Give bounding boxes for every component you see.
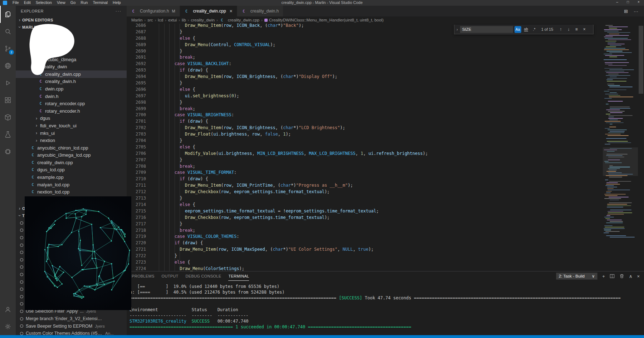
panel-tab-output[interactable]: OUTPUT <box>162 271 179 281</box>
tab-Configuration.h[interactable]: CConfiguration.hM <box>127 6 180 16</box>
file-dwin.cpp[interactable]: Cdwin.cpp <box>16 85 127 93</box>
menu-run[interactable]: Run <box>78 0 90 5</box>
code-line-2715: 2715 eeprom_settings.time_format_textual… <box>127 209 602 215</box>
file-creality_dwin.cpp[interactable]: Ccreality_dwin.cpp <box>16 159 127 166</box>
match-case-toggle[interactable]: Aa <box>514 26 521 33</box>
panel-tab-problems[interactable]: PROBLEMS <box>132 271 155 281</box>
panel-tab-terminal[interactable]: TERMINAL <box>228 271 249 281</box>
file-nextion_lcd.cpp[interactable]: Cnextion_lcd.cpp <box>16 188 127 196</box>
split-terminal-icon[interactable] <box>610 274 615 279</box>
folder-mks_ui[interactable]: ›mks_ui <box>16 129 127 137</box>
package-box-icon[interactable] <box>0 109 16 126</box>
code-line-2705: 2705 else { <box>127 144 602 151</box>
tree-item-label: example.cpp <box>37 175 64 180</box>
close-find-icon[interactable]: × <box>581 27 587 32</box>
file-hidden[interactable] <box>16 41 127 49</box>
menu-help[interactable]: Help <box>110 0 123 5</box>
timeline-item[interactable]: Custom Color Themes Additions (#528) ...… <box>16 330 127 335</box>
find-next-icon[interactable]: ↓ <box>565 27 572 32</box>
scrollbar-thumb[interactable] <box>639 26 643 94</box>
breadcrumb-item[interactable]: lib <box>182 18 186 22</box>
breadcrumb-separator: › <box>144 18 146 22</box>
breadcrumb-item[interactable]: CrealityDWINClass::Menu_Item_Handler(uin… <box>264 18 384 22</box>
extensions-icon[interactable] <box>0 92 16 109</box>
code-editor[interactable]: 2686 Draw_Menu_Item(row, ICON_Back, (cha… <box>127 24 644 271</box>
close-window-button[interactable]: × <box>633 0 644 4</box>
code-line-2701: 2701 if (draw) { <box>127 119 602 125</box>
folder-anycubic_i3mega[interactable]: ›anycubic_i3mega <box>16 56 127 63</box>
minimap[interactable] <box>603 24 638 271</box>
whole-word-toggle[interactable]: ab <box>523 26 530 33</box>
file-hidden[interactable] <box>16 48 127 56</box>
maximize-button[interactable]: □ <box>623 0 633 4</box>
title-bar: FileEditSelectionViewGoRunTerminalHelp c… <box>0 0 644 6</box>
split-editor-icon[interactable]: ⊞ <box>624 9 628 14</box>
new-terminal-icon[interactable]: + <box>602 274 605 279</box>
file-dgus_lcd.cpp[interactable]: Cdgus_lcd.cpp <box>16 166 127 174</box>
section-open-editors[interactable]: › OPEN EDITORS <box>16 16 127 24</box>
tab-creality_dwin.h[interactable]: Ccreality_dwin.h <box>237 6 283 16</box>
explorer-icon[interactable] <box>0 6 16 23</box>
menu-go[interactable]: Go <box>68 0 78 5</box>
menu-terminal[interactable]: Terminal <box>91 0 111 5</box>
menu-selection[interactable]: Selection <box>33 0 54 5</box>
breadcrumb-item[interactable]: lcd <box>158 18 163 22</box>
find-input[interactable]: SIZE <box>460 26 513 33</box>
explorer-actions-button[interactable]: ··· <box>116 9 122 13</box>
file-rotary_encoder.h[interactable]: Crotary_encoder.h <box>16 107 127 115</box>
tree-item-label: dwin.h <box>45 94 59 99</box>
timeline-item[interactable]: Merge branch 'Ender_3_V2_Extensible_UI' … <box>16 315 127 323</box>
terminal-selector[interactable]: 2: Task - Build ∨ <box>556 273 597 280</box>
file-example.cpp[interactable]: Cexample.cpp <box>16 173 127 181</box>
minimize-button[interactable]: – <box>612 0 623 4</box>
account-icon[interactable] <box>0 301 16 318</box>
settings-gear-icon[interactable] <box>0 318 16 335</box>
file-dwin.h[interactable]: Cdwin.h <box>16 93 127 100</box>
panel-tab-debug-console[interactable]: DEBUG CONSOLE <box>186 271 221 281</box>
close-tab-icon[interactable]: × <box>230 8 233 14</box>
breadcrumb-item[interactable]: extui <box>168 18 177 22</box>
run-debug-icon[interactable] <box>0 74 16 92</box>
minimap-slider[interactable] <box>603 147 638 176</box>
menu-view[interactable]: View <box>54 0 68 5</box>
file-creality_dwin.cpp[interactable]: Ccreality_dwin.cpp <box>16 70 127 78</box>
breadcrumb-item[interactable]: Ccreality_dwin.cpp <box>220 18 259 22</box>
search-icon[interactable] <box>0 23 16 40</box>
find-in-selection-icon[interactable]: ≡ <box>573 27 580 32</box>
toggle-replace-icon[interactable]: › <box>457 27 458 31</box>
folder-creality_dwin[interactable]: ›creality_dwin <box>16 63 127 70</box>
file-rotary_encoder.cpp[interactable]: Crotary_encoder.cpp <box>16 100 127 107</box>
breadcrumb-item[interactable]: creality_dwin <box>191 18 214 22</box>
file-anycubic_chiron_lcd.cpp[interactable]: Canycubic_chiron_lcd.cpp <box>16 144 127 152</box>
menu-file[interactable]: File <box>10 0 21 5</box>
kill-terminal-icon[interactable] <box>619 274 624 279</box>
find-previous-icon[interactable]: ↑ <box>557 27 564 32</box>
folder-dgus[interactable]: ›dgus <box>16 115 127 122</box>
terminal-output[interactable]: [== ] 19.0% (used 12440 bytes from 65536… <box>127 281 644 330</box>
folder-nextion[interactable]: ›nextion <box>16 137 127 144</box>
code-line-2712: 2712 Draw_Checkbox(row, eeprom_settings.… <box>127 189 602 196</box>
timeline-item[interactable]: Save Beeper Setting to EEPROMJyers <box>16 322 127 330</box>
tree-item-label: creality_dwin.cpp <box>37 160 73 165</box>
tab-creality_dwin.cpp[interactable]: Ccreality_dwin.cpp× <box>180 6 237 16</box>
menu-edit[interactable]: Edit <box>21 0 33 5</box>
section-label: MARLIN <box>22 25 38 29</box>
editor-scrollbar[interactable] <box>638 24 644 271</box>
chip-icon[interactable] <box>0 143 16 160</box>
breadcrumb-separator: › <box>155 18 156 22</box>
remote-globe-icon[interactable] <box>0 57 16 74</box>
source-control-icon[interactable]: 2 <box>0 40 16 57</box>
maximize-panel-icon[interactable]: ∧ <box>629 274 633 279</box>
close-panel-icon[interactable]: × <box>637 274 640 279</box>
file-malyan_lcd.cpp[interactable]: Cmalyan_lcd.cpp <box>16 181 127 188</box>
section-marlin[interactable]: › MARLIN <box>16 24 127 31</box>
file-anycubic_i3mega_lcd.cpp[interactable]: Canycubic_i3mega_lcd.cpp <box>16 152 127 159</box>
file-hidden[interactable] <box>16 34 127 41</box>
regex-toggle[interactable]: .* <box>531 26 538 33</box>
breadcrumb-item[interactable]: src <box>147 18 153 22</box>
breadcrumb-item[interactable]: Marlin <box>131 18 142 22</box>
file-creality_dwin.h[interactable]: Ccreality_dwin.h <box>16 78 127 85</box>
more-actions-icon[interactable]: ··· <box>634 9 638 14</box>
test-beaker-icon[interactable] <box>0 126 16 143</box>
folder-ftdi_eve_touch_ui[interactable]: ›ftdi_eve_touch_ui <box>16 122 127 129</box>
